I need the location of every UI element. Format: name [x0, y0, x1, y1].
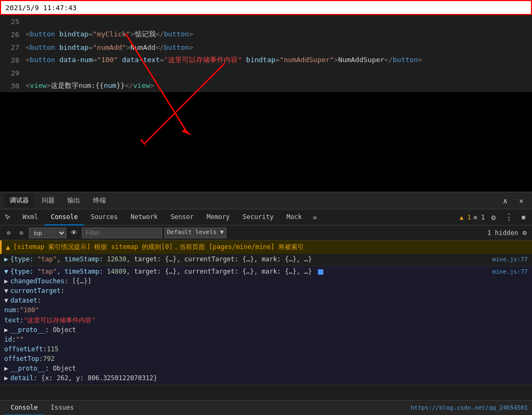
bottom-tab-issues[interactable]: Issues: [44, 401, 80, 416]
devtools-tab-terminal[interactable]: 终端: [88, 194, 111, 207]
console-toolbar: ⊘ ⊙ top 👁 Default levels ▼ 1 hidden ⚙: [0, 225, 532, 240]
blue-square-indicator: [318, 269, 323, 275]
close-button[interactable]: ×: [515, 194, 528, 207]
expand-arrow-2: ▼: [4, 268, 8, 275]
toolbar-right: ▲ 1 ≡ 1 ⚙ ⋮ ▣: [460, 211, 530, 224]
bottom-tab-console[interactable]: Console: [4, 401, 44, 416]
more-options-button[interactable]: ⋮: [502, 211, 515, 224]
devtools-tab-issues[interactable]: 问题: [36, 194, 60, 207]
dataset-row: ▼ dataset:: [4, 296, 528, 306]
devtools-header-tabs: 调试器 问题 输出 终端: [4, 194, 111, 207]
sitemap-warning: ▲ [sitemap 索引情况提示] 根据 sitemap 的规则[0]，当前页…: [0, 240, 532, 254]
error-separator: ≡ 1: [473, 214, 485, 221]
title-bar: 2021/5/9 11:47:43: [0, 0, 532, 15]
tab-security[interactable]: Security: [236, 209, 280, 225]
eye-icon[interactable]: 👁: [69, 229, 80, 237]
tab-mock[interactable]: Mock: [280, 209, 308, 225]
context-selector[interactable]: top: [29, 228, 66, 238]
inspect-icon[interactable]: [2, 212, 14, 223]
source-link-1[interactable]: mine.js:77: [492, 256, 528, 263]
devtools-header-controls: ∧ ×: [499, 194, 528, 207]
warning-icon: ▲: [6, 243, 10, 251]
devtools-panel: 调试器 问题 输出 终端 ∧ × Wxml Console Sources Ne…: [0, 192, 532, 400]
tab-network[interactable]: Network: [124, 209, 164, 225]
timestamp: 2021/5/9 11:47:43: [5, 4, 77, 12]
stop-button[interactable]: ⊙: [16, 228, 27, 238]
tab-wxml[interactable]: Wxml: [16, 209, 44, 225]
code-line-27: 27 <button bindtap="numAdd">NumAdd</butt…: [0, 41, 532, 54]
warning-text: [sitemap 索引情况提示] 根据 sitemap 的规则[0]，当前页面 …: [13, 243, 304, 252]
code-line-28: 28 <button data-num="100" data-text="这里可…: [0, 54, 532, 66]
log-entry-1-row: ▶ {type: "tap", timeStamp: 12630, target…: [4, 255, 528, 265]
bottom-url: https://blog.csdn.net/qq_24654501: [411, 404, 528, 411]
current-target-row: ▼ currentTarget:: [4, 286, 528, 296]
text-row: text: "这里可以存储事件内容": [4, 315, 528, 326]
tab-sources[interactable]: Sources: [84, 209, 124, 225]
tab-memory[interactable]: Memory: [200, 209, 236, 225]
hidden-count: 1 hidden: [487, 229, 518, 237]
changed-touches-row: ▶ changedTouches: [{…}]: [4, 277, 528, 286]
console-output[interactable]: ▲ [sitemap 索引情况提示] 根据 sitemap 的规则[0]，当前页…: [0, 240, 532, 400]
offset-top-row: offsetTop: 792: [4, 354, 528, 364]
nav-toolbar: Wxml Console Sources Network Sensor Memo…: [0, 209, 532, 225]
tab-console[interactable]: Console: [44, 209, 85, 225]
expand-arrow-1: ▶: [4, 255, 8, 263]
clear-console-button[interactable]: ⊘: [3, 228, 14, 238]
source-link-2[interactable]: mine.js:77: [492, 268, 528, 275]
devtools-header: 调试器 问题 输出 终端 ∧ ×: [0, 192, 532, 209]
more-tabs-button[interactable]: »: [308, 213, 321, 222]
filter-input[interactable]: [82, 228, 162, 238]
offset-left-row: offsetLeft: 115: [4, 345, 528, 354]
log-entry-2[interactable]: ▼ {type: "tap", timeStamp: 14809, target…: [0, 266, 532, 385]
tab-sensor[interactable]: Sensor: [164, 209, 200, 225]
collapse-button[interactable]: ∧: [499, 194, 512, 207]
num-row: num: "100": [4, 306, 528, 315]
code-line-30: 30 <view>这是数字num:{{num}}</view>: [0, 79, 532, 92]
devtools-tab-output[interactable]: 输出: [62, 194, 86, 207]
dock-button[interactable]: ▣: [517, 211, 530, 224]
bottom-tabs: Console Issues: [4, 401, 80, 416]
code-line-26: 26 <button bindtap="myClick">惦记我</button…: [0, 28, 532, 41]
code-line-25: 25: [0, 15, 532, 28]
log-levels-dropdown[interactable]: Default levels ▼: [164, 228, 226, 238]
bottom-bar: Console Issues https://blog.csdn.net/qq_…: [0, 400, 532, 415]
proto-1-row: ▶ __proto__: Object: [4, 326, 528, 335]
log-entry-1-text: {type: "tap", timeStamp: 12630, target: …: [10, 255, 312, 263]
code-line-29: 29: [0, 66, 532, 79]
id-row: id: "": [4, 335, 528, 345]
log-entry-2-text: {type: "tap", timeStamp: 14809, target: …: [10, 268, 323, 275]
devtools-tab-debugger[interactable]: 调试器: [4, 194, 34, 207]
log-entry-2-row: ▼ {type: "tap", timeStamp: 14809, target…: [4, 267, 528, 277]
nav-tabs: Wxml Console Sources Network Sensor Memo…: [2, 209, 322, 225]
console-settings-button[interactable]: ⚙: [520, 229, 529, 237]
settings-button[interactable]: ⚙: [487, 211, 500, 224]
log-entry-1[interactable]: ▶ {type: "tap", timeStamp: 12630, target…: [0, 254, 532, 266]
proto-2-row: ▶ __proto__: Object: [4, 364, 528, 374]
code-area: 25 26 <button bindtap="myClick">惦记我</but…: [0, 15, 532, 192]
warning-badge: ▲ 1: [460, 214, 472, 221]
detail-row: ▶ detail: {x: 262, y: 806.3250122070312}: [4, 374, 528, 383]
